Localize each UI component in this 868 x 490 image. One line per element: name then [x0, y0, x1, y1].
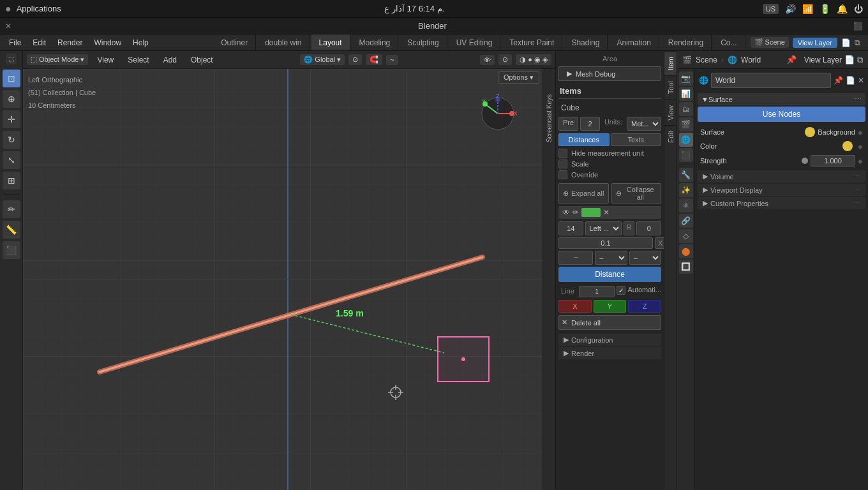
ws-tab-uv-editing[interactable]: UV Editing — [449, 34, 501, 50]
keyboard-indicator[interactable]: US — [763, 4, 779, 14]
title-maximize-icon[interactable]: ⬛ — [853, 22, 863, 31]
dash-select-1[interactable]: – — [595, 251, 627, 265]
pre-value-input[interactable] — [580, 117, 600, 131]
scale-chk[interactable] — [558, 160, 567, 168]
edit-icon[interactable]: ✏ — [572, 208, 579, 217]
surface-options[interactable]: ⋯ — [855, 95, 862, 103]
menu-item-file[interactable]: File — [4, 37, 26, 48]
select-menu[interactable]: Select — [123, 54, 154, 66]
hide-measurement-chk[interactable] — [558, 149, 567, 158]
prop-icon-world[interactable]: 🌐 — [679, 133, 693, 147]
collapse-all-btn[interactable]: ⊖ Collapse all — [611, 183, 662, 204]
auto-check[interactable] — [617, 286, 625, 295]
proportional-btn[interactable]: ~ — [386, 55, 398, 65]
options-button[interactable]: Options ▾ — [498, 71, 539, 84]
prop-icon-output[interactable]: 📊 — [679, 87, 693, 101]
close-icon[interactable]: ✕ — [603, 208, 610, 217]
volume-icon[interactable]: 🔊 — [785, 4, 796, 14]
cp-options[interactable]: ⋯ — [853, 199, 860, 207]
mesh-debug-button[interactable]: ▶ Mesh Debug — [558, 66, 661, 81]
tool-measure[interactable]: 📏 — [3, 221, 20, 239]
ws-tab-shading[interactable]: Shading — [564, 34, 608, 50]
tool-annotate[interactable]: ✏ — [3, 200, 20, 218]
prop-icon-modifier[interactable]: 🔧 — [679, 168, 693, 182]
num-input-14[interactable] — [558, 221, 583, 235]
viewport-overlay[interactable]: 👁 — [480, 55, 495, 65]
prop-icon-data[interactable]: ◇ — [679, 229, 693, 243]
axis-y-btn[interactable]: Y — [594, 300, 627, 313]
distances-tab[interactable]: Distances — [558, 133, 610, 146]
viewport-canvas[interactable]: Left Orthographic (51) Collection | Cube… — [23, 69, 555, 490]
n-tab-edit[interactable]: Edit — [664, 125, 677, 148]
mode-dropdown[interactable]: ⬚ Object Mode ▾ — [27, 54, 88, 65]
dash-select-2[interactable]: – — [629, 251, 661, 265]
viewport-gizmos[interactable]: ⊙ — [498, 54, 512, 65]
power-icon[interactable]: ⏻ — [854, 4, 863, 14]
prop-icon-material[interactable]: ⬤ — [679, 244, 693, 258]
use-nodes-button[interactable]: Use Nodes — [698, 107, 865, 122]
snap-btn[interactable]: 🧲 — [366, 54, 382, 65]
delete-all-button[interactable]: ✕ Delete all — [558, 315, 661, 330]
transform-dropdown[interactable]: 🌐 Global ▾ — [300, 54, 345, 65]
override-chk[interactable] — [558, 170, 567, 179]
num-input-01[interactable] — [558, 237, 653, 249]
new-scene-icon[interactable]: 📄 — [841, 38, 851, 47]
strength-value-input[interactable] — [811, 155, 855, 167]
world-new-icon[interactable]: 📄 — [846, 76, 855, 85]
tool-add-cube[interactable]: ⬛ — [3, 241, 20, 259]
scene-selector[interactable]: 🎬 Scene — [751, 37, 789, 48]
ws-tab-co[interactable]: Co... — [713, 34, 745, 50]
add-menu[interactable]: Add — [158, 54, 182, 66]
copy-scene-icon[interactable]: ⧉ — [855, 38, 860, 47]
menu-item-render[interactable]: Render — [52, 37, 87, 48]
n-tab-tool[interactable]: Tool — [664, 75, 677, 99]
object-menu[interactable]: Object — [186, 54, 218, 66]
notification-icon[interactable]: 🔔 — [837, 4, 848, 14]
ws-tab-modeling[interactable]: Modeling — [352, 34, 399, 50]
ws-tab-sculpting[interactable]: Sculpting — [400, 34, 447, 50]
tool-rotate[interactable]: ↻ — [3, 131, 20, 149]
new-icon[interactable]: 📄 — [844, 55, 855, 64]
screencast-side-tab[interactable]: Screencast Keys — [542, 69, 555, 490]
prop-icon-viewlayer[interactable]: 🗂 — [679, 102, 693, 116]
title-close-icon[interactable]: ✕ — [5, 22, 11, 31]
ws-tab-texture-paint[interactable]: Texture Paint — [502, 34, 562, 50]
view-layer-label[interactable]: View Layer — [793, 38, 837, 48]
tool-transform[interactable]: ⊞ — [3, 172, 20, 189]
pivot-btn[interactable]: ⊙ — [348, 54, 362, 65]
prop-icon-render[interactable]: 📷 — [679, 71, 693, 85]
n-tab-view[interactable]: View — [664, 100, 677, 126]
ws-tab-rendering[interactable]: Rendering — [661, 34, 712, 50]
menu-item-help[interactable]: Help — [128, 37, 154, 48]
applications-label[interactable]: Applications — [17, 4, 61, 13]
tool-scale[interactable]: ⤡ — [3, 151, 20, 169]
units-select[interactable]: Met... — [627, 117, 661, 131]
prop-icon-object[interactable]: ⬛ — [679, 148, 693, 162]
world-close-icon[interactable]: ✕ — [858, 76, 864, 85]
surface-color-dot[interactable] — [805, 127, 815, 137]
tool-move[interactable]: ✛ — [3, 110, 20, 128]
prop-icon-constraints[interactable]: 🔗 — [679, 214, 693, 228]
menu-item-edit[interactable]: Edit — [27, 37, 51, 48]
prop-icon-scene[interactable]: 🎬 — [679, 117, 693, 131]
vd-options[interactable]: ⋯ — [853, 186, 860, 194]
volume-options[interactable]: ⋯ — [853, 172, 860, 181]
r-value[interactable] — [636, 221, 661, 235]
ws-tab-animation[interactable]: Animation — [609, 34, 659, 50]
line-value[interactable] — [579, 286, 615, 297]
prop-icon-physics[interactable]: ⚛ — [679, 198, 693, 212]
world-name-input[interactable] — [711, 73, 831, 88]
copy-icon[interactable]: ⧉ — [857, 55, 863, 65]
mode-selector[interactable]: ⬚ — [6, 54, 17, 64]
ws-tab-double-win[interactable]: double win — [257, 34, 310, 50]
color-dot[interactable] — [842, 141, 853, 151]
axis-z-btn[interactable]: Z — [628, 300, 661, 313]
menu-item-window[interactable]: Window — [89, 37, 126, 48]
side-select[interactable]: Left ... — [585, 221, 622, 235]
tool-cursor[interactable]: ⊕ — [3, 90, 20, 108]
texts-tab[interactable]: Texts — [611, 133, 662, 146]
eye-icon[interactable]: 👁 — [562, 208, 570, 217]
tool-select[interactable]: ⊡ — [3, 70, 20, 87]
prop-icon-nodes[interactable]: 🔳 — [679, 260, 693, 274]
pin-toggle[interactable]: 📌 — [786, 55, 797, 64]
